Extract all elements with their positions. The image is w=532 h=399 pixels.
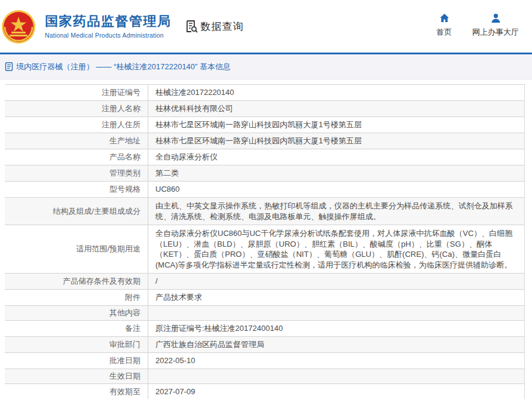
row-value-text: UC860 — [155, 184, 179, 195]
row-value: UC860 — [148, 182, 524, 197]
row-label-text: 产品储存条件及有效期 — [63, 277, 140, 286]
row-label-text: 注册证编号 — [102, 88, 140, 97]
row-value: 桂林市七星区环城南一路穿山科技园内凯丽大厦1号楼第五层 — [148, 117, 524, 133]
nav-home[interactable]: 首页 — [436, 13, 452, 38]
info-table: 注册证编号桂械注准20172220140注册人名称桂林优科科技有限公司注册人住所… — [5, 84, 525, 399]
row-label-text: 批准日期 — [109, 356, 140, 366]
row-label-text: 型号规格 — [109, 185, 140, 194]
table-row: 有效期至2027-07-09 — [5, 384, 524, 399]
table-row: 审批部门广西壮族自治区药品监督管理局 — [5, 337, 524, 353]
breadcrumb-bar: 境内医疗器械（注册） —— “桂械注准20172220140” 基本信息 — [0, 54, 532, 79]
row-label: 结构及组成/主要组成成分 — [5, 198, 148, 225]
document-icon — [5, 62, 13, 71]
row-value: 2022-05-10 — [148, 353, 524, 369]
row-label-text: 审批部门 — [109, 340, 140, 349]
row-label-text: 生产地址 — [109, 136, 140, 146]
title-block: 国家药品监督管理局 National Medical Products Admi… — [45, 14, 172, 38]
table-row: 注册人住所桂林市七星区环城南一路穿山科技园内凯丽大厦1号楼第五层 — [5, 117, 524, 133]
row-label: 管理类别 — [5, 165, 148, 181]
row-label: 生效日期 — [5, 369, 148, 383]
person-icon — [491, 13, 501, 23]
table-row: 管理类别第二类 — [5, 165, 524, 182]
row-label: 适用范围/预期用途 — [5, 225, 148, 273]
row-value: 全自动尿液分析仪 — [148, 149, 524, 165]
table-row: 生效日期 — [5, 369, 524, 384]
row-value: 产品技术要求 — [148, 290, 524, 305]
row-value: / — [148, 274, 524, 289]
row-value-text: 桂林市七星区环城南一路穿山科技园内凯丽大厦1号楼第五层 — [155, 119, 362, 130]
table-row: 注册人名称桂林优科科技有限公司 — [5, 101, 524, 117]
table-row: 其他内容 — [5, 306, 524, 321]
nav-home-label: 首页 — [436, 27, 452, 38]
home-icon — [439, 13, 450, 23]
national-emblem-logo — [1, 10, 36, 44]
row-label: 产品名称 — [5, 149, 148, 165]
row-value-text: 2027-07-09 — [155, 386, 195, 397]
row-value: 桂械注准20172220140 — [148, 85, 524, 100]
row-value-text: 桂林市七星区环城南一路穿山科技园内凯丽大厦1号楼第五层 — [155, 136, 362, 146]
row-label-text: 注册人名称 — [102, 104, 140, 113]
row-label: 生产地址 — [5, 133, 148, 149]
page: 国家药品监督管理局 National Medical Products Admi… — [0, 0, 532, 399]
table-row: 结构及组成/主要组成成分由主机、中英文显示操作系统，热敏打印机等组成，仪器的主机… — [5, 198, 524, 225]
row-label-text: 注册人住所 — [102, 120, 140, 130]
row-label: 批准日期 — [5, 353, 148, 369]
table-row: 产品储存条件及有效期/ — [5, 274, 524, 290]
row-value-text: 桂林优科科技有限公司 — [155, 103, 233, 114]
row-value-text: 全自动尿液分析仪 — [155, 152, 218, 162]
main-content: 注册证编号桂械注准20172220140注册人名称桂林优科科技有限公司注册人住所… — [0, 84, 532, 399]
table-row: 注册证编号桂械注准20172220140 — [5, 85, 524, 101]
data-query-nav[interactable]: 数据查询 — [185, 20, 244, 33]
row-value-text: 第二类 — [155, 168, 179, 179]
row-value: 第二类 — [148, 165, 524, 181]
row-label: 附件 — [5, 290, 148, 305]
table-row: 批准日期2022-05-10 — [5, 353, 524, 369]
logo-wrap: 国家药品监督管理局 National Medical Products Admi… — [1, 8, 172, 44]
row-value-text: 产品技术要求 — [155, 292, 202, 303]
row-label: 有效期至 — [5, 384, 148, 399]
row-value: 由主机、中英文显示操作系统，热敏打印机等组成，仪器的主机主要分为样品传递系统、试… — [148, 198, 524, 225]
row-value: 全自动尿液分析仪UC860与UC干化学尿液分析试纸条配套使用，对人体尿液中抗坏血… — [148, 225, 524, 273]
row-label: 注册人住所 — [5, 117, 148, 133]
site-title: 国家药品监督管理局 — [45, 14, 172, 29]
table-row: 备注原注册证编号:桂械注准20172400140 — [5, 321, 524, 337]
nav-service-hall-label: 网上办事大厅 — [472, 27, 519, 38]
table-row: 附件产品技术要求 — [5, 290, 524, 306]
row-label: 其他内容 — [5, 306, 148, 320]
table-row: 适用范围/预期用途全自动尿液分析仪UC860与UC干化学尿液分析试纸条配套使用，… — [5, 225, 524, 274]
row-value — [148, 306, 524, 320]
nav-service-hall[interactable]: 网上办事大厅 — [472, 13, 519, 38]
row-label-text: 管理类别 — [109, 168, 140, 178]
row-value — [148, 369, 524, 383]
row-value: 2027-07-09 — [148, 384, 524, 399]
breadcrumb: 境内医疗器械（注册） —— “桂械注准20172220140” 基本信息 — [16, 62, 231, 72]
row-label-text: 适用范围/预期用途 — [76, 244, 140, 254]
header-nav: 首页 网上办事大厅 — [436, 13, 519, 38]
row-label-text: 产品名称 — [109, 152, 140, 162]
row-value-text: 桂械注准20172220140 — [155, 87, 234, 98]
row-value: 桂林市七星区环城南一路穿山科技园内凯丽大厦1号楼第五层 — [148, 133, 524, 149]
row-value-text: 广西壮族自治区药品监督管理局 — [155, 339, 264, 350]
site-subtitle: National Medical Products Administration — [45, 32, 172, 39]
row-label-text: 备注 — [125, 324, 140, 333]
row-label-text: 附件 — [125, 293, 140, 302]
row-label: 型号规格 — [5, 182, 148, 197]
row-value-text: 原注册证编号:桂械注准20172400140 — [155, 323, 283, 334]
row-label: 备注 — [5, 321, 148, 336]
site-header: 国家药品监督管理局 National Medical Products Admi… — [0, 0, 532, 53]
row-label: 产品储存条件及有效期 — [5, 274, 148, 289]
row-label: 注册人名称 — [5, 101, 148, 116]
row-value-text: / — [155, 276, 158, 287]
row-value-text: 全自动尿液分析仪UC860与UC干化学尿液分析试纸条配套使用，对人体尿液中抗坏血… — [155, 228, 518, 270]
row-label-text: 结构及组成/主要组成成分 — [53, 207, 140, 216]
row-value-text: 由主机、中英文显示操作系统，热敏打印机等组成，仪器的主机主要分为样品传递系统、试… — [155, 201, 518, 222]
row-label-text: 有效期至 — [109, 387, 140, 397]
row-label-text: 其他内容 — [109, 308, 140, 318]
row-value: 桂林优科科技有限公司 — [148, 101, 524, 116]
table-row: 生产地址桂林市七星区环城南一路穿山科技园内凯丽大厦1号楼第五层 — [5, 133, 524, 149]
row-label: 注册证编号 — [5, 85, 148, 100]
row-value-text: 2022-05-10 — [155, 355, 195, 366]
row-label-text: 生效日期 — [109, 372, 140, 381]
row-value: 广西壮族自治区药品监督管理局 — [148, 337, 524, 352]
table-row: 产品名称全自动尿液分析仪 — [5, 149, 524, 165]
